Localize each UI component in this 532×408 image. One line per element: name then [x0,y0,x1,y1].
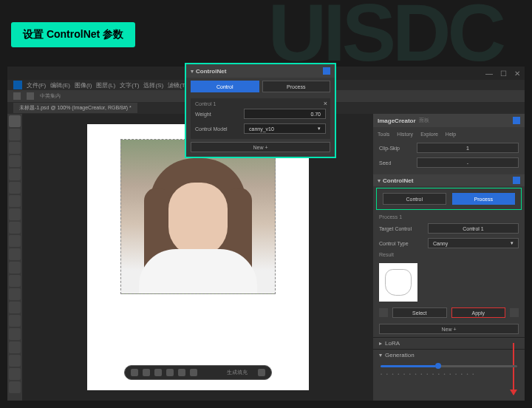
ctx-icon[interactable] [190,369,197,376]
tool-icon[interactable] [27,92,34,100]
ctrlmodel-label: Control Model [195,126,239,132]
ic-sub: 面板 [419,117,429,124]
ctx-icon[interactable] [154,369,162,376]
controlnet-header[interactable]: ▾ ControlNet [373,174,525,186]
generation-accordion[interactable]: ▾Generation [373,349,525,361]
hand-tool[interactable] [9,368,21,380]
result-label: Result [379,251,519,259]
cn-toggle-icon[interactable] [513,177,520,184]
ctrltype-select[interactable]: Canny▾ [428,238,519,248]
control-section: × Control 1 Weight 0.70 Control Model ca… [191,98,330,139]
shape-tool[interactable] [9,355,21,367]
ic-tab-explore[interactable]: Explore [420,132,438,137]
new-button[interactable]: New + [191,142,330,152]
more-icon[interactable] [258,369,265,376]
ctx-icon[interactable] [143,369,150,376]
ctx-icon[interactable] [166,369,174,376]
checkbox-icon[interactable] [323,67,330,75]
tab-control[interactable]: Control [191,81,259,92]
slider-ticks: • • • • • • • • • • • • • • • • • [373,372,525,381]
ic-title: ImageCreator [378,118,416,124]
wand-tool[interactable] [9,155,21,167]
process-section: Process 1 Target Control Control 1 Contr… [373,211,525,260]
menu-item[interactable]: 文字(T) [120,81,139,89]
crop-tool[interactable] [9,169,21,180]
dodge-tool[interactable] [9,302,21,313]
history-brush-tool[interactable] [9,248,21,260]
path-tool[interactable] [9,341,21,353]
text-tool[interactable] [9,328,21,340]
popup-tabs: Control Process [186,78,335,95]
genfill-label[interactable]: 生成填充 [227,369,248,376]
document-page [87,124,309,390]
ic-toggle-icon[interactable] [513,117,520,124]
blur-tool[interactable] [9,288,21,300]
ic-tab-tools[interactable]: Tools [378,132,389,137]
apply-button[interactable]: Apply [451,307,506,318]
tab-process[interactable]: Process [452,193,516,205]
close-icon[interactable]: ✕ [514,69,520,78]
minimize-icon[interactable]: — [485,69,493,78]
select-button[interactable]: Select [392,307,447,318]
close-icon[interactable]: × [324,100,327,107]
ic-tab-history[interactable]: History [397,132,413,137]
ic-tabs: Tools History Explore Help [373,127,525,140]
clipskip-field[interactable]: 1 [417,143,519,153]
tab-process[interactable]: Process [262,81,331,92]
move-tool[interactable] [9,115,21,127]
settings-icon[interactable] [379,308,388,317]
zoom-tool[interactable] [9,381,21,393]
menu-item[interactable]: 选择(S) [143,81,163,89]
menu-item[interactable]: 图层(L) [96,81,115,89]
marquee-tool[interactable] [9,129,21,140]
chevron-down-icon: ▾ [318,126,321,132]
ps-logo-icon [13,81,22,89]
menu-item[interactable]: 文件(F) [27,81,46,89]
brush-tool[interactable] [9,222,21,234]
ctrlmodel-select[interactable]: canny_v10▾ [244,123,326,134]
contextual-taskbar[interactable]: 生成填充 [124,365,272,380]
eyedropper-tool[interactable] [9,195,21,207]
document-tab[interactable]: 未标题-1.psd @ 100% (ImageCreator, RGB/8#) … [13,103,137,113]
chevron-down-icon: ▾ [379,352,382,358]
tab-control[interactable]: Control [383,193,446,205]
chevron-down-icon: ▾ [378,177,381,184]
ctx-icon[interactable] [131,369,138,376]
seed-field[interactable]: - [417,157,519,168]
generation-slider[interactable] [381,365,517,367]
target-select[interactable]: Control 1 [428,223,519,234]
process-section-hdr: Process 1 [379,213,519,221]
result-thumbnail[interactable] [379,263,417,302]
stamp-tool[interactable] [9,235,21,247]
ctx-icon[interactable] [178,369,185,376]
menu-item[interactable]: 图像(I) [75,81,92,89]
pen-tool[interactable] [9,315,21,327]
delete-icon[interactable] [510,308,519,317]
menu-item[interactable]: 编辑(E) [50,81,70,89]
lasso-tool[interactable] [9,142,21,154]
frame-tool[interactable] [9,182,21,194]
options-label: 中英集内 [40,92,61,100]
imagecreator-header[interactable]: ImageCreator 面板 [373,114,525,127]
section-header: Control 1 [195,101,326,106]
target-label: Target Control [379,226,423,231]
chevron-right-icon: ▸ [379,340,382,347]
heal-tool[interactable] [9,208,21,220]
right-panel: ImageCreator 面板 Tools History Explore He… [373,114,525,401]
weight-field[interactable]: 0.70 [244,109,326,119]
gradient-tool[interactable] [9,275,21,287]
new-button[interactable]: New + [379,324,519,334]
eraser-tool[interactable] [9,262,21,273]
action-row: Select Apply [373,305,525,321]
lora-accordion[interactable]: ▸LoRA [373,337,525,349]
popup-header[interactable]: ▾ ControlNet [186,64,335,78]
weight-label: Weight [195,112,239,117]
ic-tab-help[interactable]: Help [446,132,456,137]
clipskip-label: Clip-Skip [379,146,412,151]
home-icon[interactable] [13,92,21,100]
controlnet-popup: ▾ ControlNet Control Process × Control 1… [185,63,336,158]
annotation-arrow [513,343,514,395]
maximize-icon[interactable]: ☐ [500,69,507,78]
selected-image[interactable] [120,139,276,294]
page-title-pill: 设置 ControlNet 参数 [11,22,135,47]
